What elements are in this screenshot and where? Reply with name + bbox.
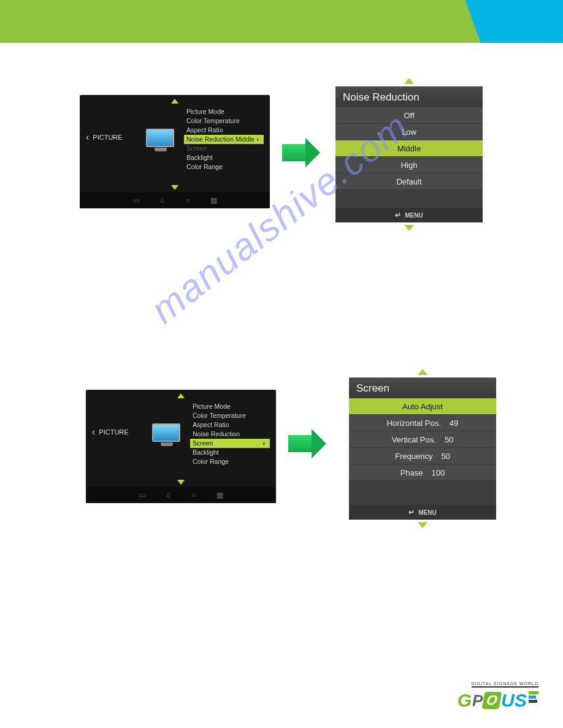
chevron-left-icon[interactable]: ‹ bbox=[86, 132, 89, 143]
circle-icon[interactable]: ○ bbox=[184, 197, 191, 204]
nav-down-icon[interactable] bbox=[171, 185, 178, 190]
nav-down-icon[interactable] bbox=[177, 480, 185, 485]
option-middle-selected[interactable]: Middle bbox=[335, 140, 483, 157]
nav-up-icon[interactable] bbox=[404, 78, 414, 84]
option-frequency[interactable]: Frequency50 bbox=[349, 448, 496, 464]
list-item[interactable]: Color Range bbox=[184, 162, 264, 172]
music-icon[interactable]: ♫ bbox=[164, 491, 172, 499]
display-icon[interactable]: ▭ bbox=[139, 491, 146, 499]
noise-reduction-submenu: Noise Reduction Off Low Middle High Defa… bbox=[335, 86, 483, 222]
picture-list: Picture Mode Color Temperature Aspect Ra… bbox=[184, 107, 264, 172]
grid-icon[interactable]: ▦ bbox=[216, 491, 223, 499]
submenu-title: Screen bbox=[349, 377, 496, 398]
picture-menu-2: ‹ PICTURE Picture Mode Color Temperature… bbox=[86, 390, 276, 503]
nav-up-icon[interactable] bbox=[177, 393, 185, 398]
category-label: ‹ PICTURE bbox=[86, 132, 123, 143]
logo-o: O bbox=[482, 692, 502, 709]
category-text: PICTURE bbox=[99, 428, 128, 436]
option-high[interactable]: High bbox=[335, 157, 483, 173]
arrow-right-icon bbox=[288, 429, 326, 458]
tv-icon bbox=[146, 129, 175, 153]
list-item-selected[interactable]: Noise Reduction Middle › bbox=[184, 135, 264, 144]
logo-flag-icon bbox=[529, 691, 538, 703]
list-item[interactable]: Aspect Ratio bbox=[184, 126, 264, 135]
submenu-title: Noise Reduction bbox=[335, 86, 483, 107]
bottom-icon-bar: ▭ ♫ ○ ▦ bbox=[86, 487, 276, 503]
list-item[interactable]: Color Range bbox=[190, 457, 270, 466]
display-icon[interactable]: ▭ bbox=[132, 197, 140, 204]
logo-us: US bbox=[501, 690, 527, 711]
nav-up-icon[interactable] bbox=[418, 369, 427, 375]
header-accent bbox=[428, 0, 563, 43]
submenu-footer[interactable]: ↵ MENU bbox=[349, 505, 496, 520]
music-icon[interactable]: ♫ bbox=[158, 197, 166, 204]
list-item[interactable]: Picture Mode bbox=[190, 402, 270, 411]
chevron-right-icon: › bbox=[263, 439, 266, 448]
picture-menu-1: ‹ PICTURE Picture Mode Color Temperature… bbox=[80, 95, 270, 208]
list-item[interactable]: Noise Reduction bbox=[190, 430, 270, 439]
logo-g: G bbox=[458, 690, 472, 711]
option-auto-adjust-selected[interactable]: Auto Adjust bbox=[349, 398, 496, 415]
menu-label: MENU bbox=[405, 212, 423, 219]
list-item[interactable]: Picture Mode bbox=[184, 107, 264, 116]
list-item-disabled: Screen bbox=[184, 144, 264, 153]
category-text: PICTURE bbox=[93, 134, 122, 141]
option-off[interactable]: Off bbox=[335, 107, 483, 124]
option-default[interactable]: Default bbox=[335, 173, 483, 190]
chevron-right-icon: › bbox=[257, 135, 259, 144]
return-icon: ↵ bbox=[408, 508, 415, 517]
option-phase[interactable]: Phase100 bbox=[349, 464, 496, 481]
list-item[interactable]: Backlight bbox=[184, 153, 264, 162]
option-vertical-pos[interactable]: Vertical Pos.50 bbox=[349, 431, 496, 448]
submenu-footer[interactable]: ↵ MENU bbox=[335, 208, 483, 222]
logo-p: P bbox=[472, 691, 483, 710]
list-item[interactable]: Backlight bbox=[190, 448, 270, 457]
option-low[interactable]: Low bbox=[335, 124, 483, 140]
list-item[interactable]: Aspect Ratio bbox=[190, 420, 270, 430]
circle-icon[interactable]: ○ bbox=[190, 491, 197, 499]
tv-icon bbox=[152, 423, 182, 448]
menu-label: MENU bbox=[418, 509, 436, 516]
page-header bbox=[0, 0, 563, 43]
screen-submenu: Screen Auto Adjust Horizontal Pos.49 Ver… bbox=[349, 377, 496, 520]
picture-list: Picture Mode Color Temperature Aspect Ra… bbox=[190, 402, 270, 466]
arrow-right-icon bbox=[282, 138, 320, 167]
nav-up-icon[interactable] bbox=[171, 99, 178, 104]
brand-logo: DIGITAL SIGNAGE WORLD G P O US bbox=[458, 677, 538, 711]
category-label: ‹ PICTURE bbox=[92, 427, 129, 438]
grid-icon[interactable]: ▦ bbox=[210, 197, 217, 204]
option-horizontal-pos[interactable]: Horizontal Pos.49 bbox=[349, 415, 496, 431]
nav-down-icon[interactable] bbox=[418, 522, 427, 528]
brand-tagline: DIGITAL SIGNAGE WORLD bbox=[472, 681, 538, 688]
nav-down-icon[interactable] bbox=[404, 225, 414, 231]
bottom-icon-bar: ▭ ♫ ○ ▦ bbox=[80, 192, 270, 208]
return-icon: ↵ bbox=[395, 211, 401, 219]
list-item[interactable]: Color Temperature bbox=[190, 411, 270, 420]
chevron-left-icon[interactable]: ‹ bbox=[92, 427, 95, 438]
list-item[interactable]: Color Temperature bbox=[184, 116, 264, 126]
list-item-selected[interactable]: Screen › bbox=[190, 439, 270, 448]
